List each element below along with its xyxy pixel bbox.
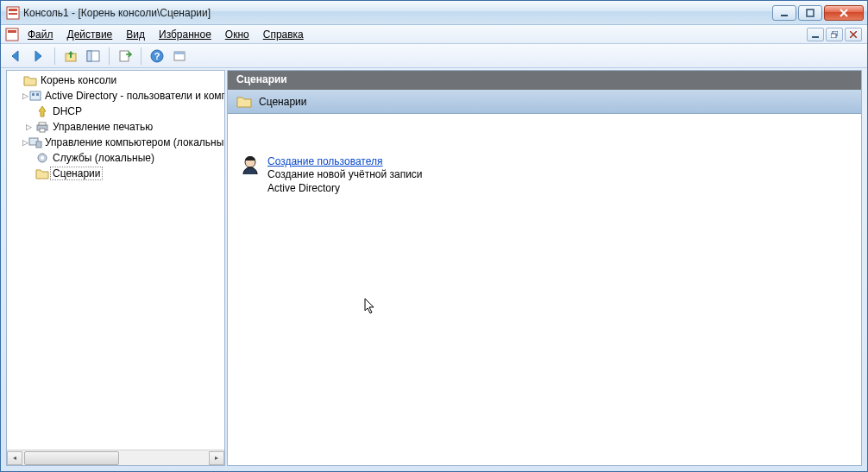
export-list-button[interactable] [115,46,135,66]
svg-rect-25 [36,142,41,148]
folder-icon [22,74,38,86]
mdi-restore-button[interactable] [826,28,843,41]
svg-rect-2 [9,13,17,15]
maximize-button[interactable] [798,5,822,21]
tree-label: Сценарии [50,167,103,180]
svg-rect-17 [174,52,185,54]
svg-rect-22 [39,123,46,125]
content-area: Корень консоли ▷ Active Directory - поль… [6,70,862,466]
minimize-button[interactable] [772,5,796,21]
gear-icon [35,152,50,164]
expander-icon[interactable]: ▷ [22,138,28,147]
svg-text:?: ? [154,51,160,61]
svg-rect-3 [781,15,788,16]
mdi-minimize-button[interactable] [807,28,824,41]
tree-label: Управление компьютером (локальный) [42,135,225,149]
expander-icon[interactable]: ▷ [22,123,35,131]
create-user-link[interactable]: Создание пользователя [267,155,382,167]
svg-rect-13 [120,51,129,61]
separator [109,47,110,65]
menu-view[interactable]: Вид [120,27,151,42]
tree-label: Active Directory - пользователи и компью… [42,89,225,103]
menu-favorites[interactable]: Избранное [153,27,217,42]
tree-item-ad[interactable]: ▷ Active Directory - пользователи и комп… [7,88,224,104]
menu-window[interactable]: Окно [219,27,255,42]
toolbar: ? [1,44,867,68]
tree-label: Управление печатью [50,120,155,134]
back-button[interactable] [6,46,27,66]
task-description-line2: Active Directory [267,181,423,195]
tree-item-print[interactable]: ▷ Управление печатью [7,119,224,135]
main-panel: Сценарии Сценарии Создание пользователя … [227,70,862,466]
window-controls [772,5,864,21]
titlebar: Консоль1 - [Корень консоли\Сценарии] [1,1,867,25]
horizontal-scrollbar[interactable]: ◂ ▸ [7,450,224,465]
ad-icon [28,90,42,102]
tree-root[interactable]: Корень консоли [7,72,224,88]
window-title: Консоль1 - [Корень консоли\Сценарии] [23,7,772,19]
task-item: Создание пользователя Создание новой учё… [240,155,861,195]
app-icon [6,6,20,20]
svg-rect-18 [30,91,41,100]
svg-rect-7 [812,36,819,38]
task-description-line1: Создание новой учётной записи [267,167,423,181]
dhcp-icon [35,105,50,117]
scroll-left-button[interactable]: ◂ [7,451,22,465]
tree-item-scenarios[interactable]: Сценарии [7,166,224,181]
svg-rect-12 [87,51,91,61]
mmc-icon [4,28,20,41]
help-button[interactable]: ? [147,46,167,66]
menu-action[interactable]: Действие [61,27,119,42]
separator [54,47,55,65]
app-window: Консоль1 - [Корень консоли\Сценарии] Фай… [0,0,868,472]
tree-label: Службы (локальные) [50,151,157,165]
user-avatar-icon [240,155,261,176]
tree-item-computer-mgmt[interactable]: ▷ Управление компьютером (локальный) [7,135,224,150]
svg-rect-9 [831,34,836,38]
mdi-close-button[interactable] [845,28,862,41]
separator [141,47,142,65]
svg-rect-20 [36,93,39,96]
tree-label: Корень консоли [38,73,119,87]
svg-point-27 [41,156,44,160]
printer-icon [35,121,50,133]
scroll-right-button[interactable]: ▸ [209,451,224,465]
show-hide-tree-button[interactable] [83,46,104,66]
svg-rect-6 [8,30,16,33]
svg-rect-1 [9,9,17,11]
folder-icon [35,167,50,179]
main-body: Создание пользователя Создание новой учё… [228,114,861,465]
menu-help[interactable]: Справка [257,27,310,42]
sub-header[interactable]: Сценарии [228,90,861,114]
svg-rect-4 [807,9,814,16]
tree-item-dhcp[interactable]: DHCP [7,104,224,119]
tree: Корень консоли ▷ Active Directory - поль… [7,71,224,181]
folder-icon [236,95,252,109]
svg-rect-19 [32,93,35,96]
expander-icon[interactable]: ▷ [22,91,28,100]
scroll-track[interactable] [22,451,209,465]
tree-item-services[interactable]: Службы (локальные) [7,150,224,166]
menu-file[interactable]: Файл [22,27,60,42]
cursor-icon [364,298,376,315]
scroll-thumb[interactable] [24,451,119,465]
computer-mgmt-icon [28,136,42,148]
svg-rect-23 [40,129,45,132]
tree-label: DHCP [50,104,85,118]
main-header: Сценарии [228,71,861,90]
new-window-button[interactable] [169,46,190,66]
sub-header-label: Сценарии [259,96,306,108]
close-button[interactable] [824,5,864,21]
up-level-button[interactable] [60,46,81,66]
tree-panel: Корень консоли ▷ Active Directory - поль… [6,70,225,466]
menubar: Файл Действие Вид Избранное Окно Справка [1,25,867,44]
forward-button[interactable] [28,46,49,66]
